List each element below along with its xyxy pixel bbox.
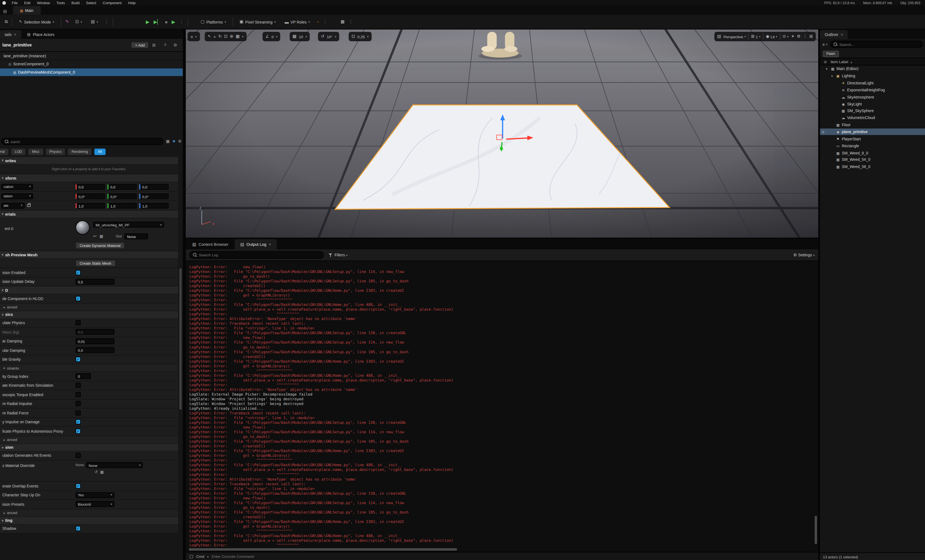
details-search-box[interactable]	[1, 138, 164, 145]
checkbox[interactable]	[75, 429, 81, 434]
section-header[interactable]: ▾sh Preview Mesh	[0, 251, 178, 259]
log-line[interactable]: LogPython: Error: gnl = GraphNLibrary()	[189, 453, 814, 458]
log-horizontal-scrollbar[interactable]	[189, 548, 457, 551]
log-line[interactable]: LogPython: Error: gnl = GraphNLibrary()	[189, 524, 814, 529]
outliner-row[interactable]: ☀DirectionalLight	[820, 80, 925, 86]
section-header[interactable]: ▾D	[0, 286, 178, 294]
log-line[interactable]: LogPython: Error: File "C:\Polygonflow/D…	[189, 340, 814, 345]
log-line[interactable]: LogPython: Error: File "C:\Polygonflow/D…	[189, 349, 814, 354]
log-search-box[interactable]	[189, 251, 324, 259]
surface-snap-icon[interactable]: ▦	[236, 34, 240, 39]
scale-y-field[interactable]: 1,0	[107, 202, 137, 208]
close-icon[interactable]: ×	[841, 32, 843, 36]
log-line[interactable]: LogPython: Error: File "C:\Polygonflow/D…	[189, 519, 814, 524]
log-line[interactable]: LogPython: Error: File "C:\Polygonflow/D…	[189, 449, 814, 453]
dropdown[interactable]: BlockAll▾	[75, 501, 114, 507]
platforms-dropdown[interactable]: ▢ Platforms ▾	[198, 18, 228, 26]
outliner-row[interactable]: ▦SM_SkySphere	[820, 107, 925, 114]
viewport-settings-icon[interactable]: ⚙	[797, 34, 800, 39]
vp-roles-dropdown[interactable]: ▬ VP Roles ▾	[282, 18, 312, 25]
details-scrollbar[interactable]	[179, 268, 182, 410]
log-line[interactable]: LogPython: Error: createUI()	[189, 444, 814, 449]
log-settings-dropdown[interactable]: ⚙ Settings ▾	[793, 253, 815, 257]
log-line[interactable]: LogPython: Error: File "C:\Polygonflow/D…	[189, 373, 814, 378]
checkbox[interactable]	[75, 270, 81, 275]
log-line[interactable]: LogSlate: External Image Picker: Decompr…	[189, 392, 814, 397]
scale-x-field[interactable]: 1,0	[75, 202, 105, 208]
menu-build[interactable]: Build	[71, 0, 80, 5]
rotation-y-field[interactable]: 0,0°	[107, 193, 137, 199]
log-line[interactable]: LogPython: Error: File "C:\Polygonflow/D…	[189, 491, 814, 496]
show-flags-dropdown[interactable]: ⊙▾	[783, 34, 789, 39]
details-search-input[interactable]	[11, 140, 160, 144]
value-field[interactable]: 0,01	[75, 338, 114, 344]
perspective-dropdown[interactable]: Perspective▾	[723, 35, 746, 39]
log-line[interactable]: LogPython: Error: Traceback (most recent…	[189, 321, 814, 326]
settings-dropdown-icon[interactable]: ▦	[341, 20, 345, 24]
more-options-icon[interactable]: ⋮	[349, 20, 353, 24]
outliner-row[interactable]: ⊙◆plane_primitive	[820, 128, 925, 135]
record-icon[interactable]: ◔	[316, 20, 319, 24]
eye-icon[interactable]: ⊙	[820, 130, 826, 134]
component-row[interactable]: ▦DashPreviewMeshComponent_0	[0, 68, 183, 77]
log-line[interactable]: LogPython: Error: ^^^^^^^^^^	[189, 472, 814, 477]
create-dynamic-material-button[interactable]: Create Dynamic Material	[75, 242, 125, 248]
outliner-filter-dropdown[interactable]: ≡ ▾	[822, 42, 827, 46]
viewport-scene[interactable]: z x	[186, 29, 818, 238]
log-line[interactable]: LogPython: Error: ^^^^^^^^^^^^^^^^	[189, 298, 814, 302]
favorites-star-icon[interactable]: ★	[172, 139, 176, 144]
filter-tab-lod[interactable]: LOD	[11, 149, 26, 155]
menu-tools[interactable]: Tools	[56, 0, 65, 5]
scale-z-field[interactable]: 1,0	[139, 202, 169, 208]
log-line[interactable]: LogPython: Error: new_flow()	[189, 425, 814, 430]
log-line[interactable]: LogSlate: Window 'Project Settings' bein…	[189, 397, 814, 401]
browse-to-asset-icon[interactable]: ▦	[99, 234, 103, 239]
checkbox[interactable]	[75, 320, 81, 325]
log-line[interactable]: LogPython: Error: File "C:\Polygonflow/D…	[189, 500, 814, 505]
viewport-options-icon[interactable]: ≡	[190, 35, 193, 39]
subsection-header[interactable]: ▸anced	[0, 509, 178, 517]
add-content-dropdown[interactable]: ⊡▾	[73, 18, 84, 26]
tab-place-actors[interactable]: ⊞ Place Actors	[23, 30, 59, 39]
settings-gear-icon[interactable]: ⚙	[173, 43, 177, 48]
recent-levels-icon[interactable]: ⊞	[3, 9, 7, 14]
scale-snap-pill[interactable]: ⊡ 0,25 ▾	[349, 32, 372, 41]
checkbox[interactable]	[75, 357, 81, 362]
blueprint-edit-icon[interactable]: ⊞	[152, 43, 156, 48]
log-line[interactable]: LogPython: Error: AttributeError: 'NoneT…	[189, 387, 814, 392]
tab-main-level[interactable]: ▦ Main	[13, 6, 41, 15]
material-override-dropdown[interactable]: None▾	[86, 462, 143, 468]
viewport[interactable]: z x ≡ ▾ ↖ + ↻ ⊡ ⊕ ▦ ▾ ∠ 0 ▾ ▦ 10 ▾	[186, 29, 818, 238]
subsection-header[interactable]: ▸anced	[0, 303, 178, 311]
play-frame-skip-button[interactable]: ▶▏	[154, 19, 161, 24]
cinematics-icon[interactable]: ⋮	[105, 20, 109, 24]
filter-tab-misc[interactable]: Misc	[29, 149, 43, 155]
checkbox[interactable]	[75, 392, 81, 397]
use-asset-icon[interactable]: ↺	[94, 470, 98, 474]
log-line[interactable]: LogPython: Error: self.place_w = self.cr…	[189, 307, 814, 312]
expand-caret-icon[interactable]: ▾	[826, 67, 830, 71]
log-line[interactable]: LogPython: Error: File "C:\Polygonflow/D…	[189, 533, 814, 538]
outliner-column-header[interactable]: ⊙ Item Label ▴	[820, 58, 925, 66]
rotate-tool-icon[interactable]: ↻	[218, 34, 222, 39]
log-line[interactable]: LogPython: Error: go_to_dash()	[189, 434, 814, 439]
log-line[interactable]: LogPython: Error: Traceback (most recent…	[189, 482, 814, 486]
rotation-dropdown[interactable]: tation▾	[1, 193, 33, 199]
outliner-row[interactable]: ◉SkyLight	[820, 100, 925, 107]
log-line[interactable]: LogPython: Error: File "<string>", line …	[189, 486, 814, 491]
log-line[interactable]: LogPython: Error: new_flow()	[189, 336, 814, 340]
rotation-z-field[interactable]: 0,0°	[139, 193, 169, 199]
screen-percentage-dropdown[interactable]: ⊞1▾	[751, 34, 761, 39]
details-settings-icon[interactable]: ⚙	[178, 139, 182, 144]
checkbox[interactable]	[75, 526, 81, 531]
component-row[interactable]: ◎SceneComponent_0	[0, 60, 183, 68]
material-thumbnail[interactable]	[75, 220, 90, 235]
browse-asset-icon[interactable]: ▦	[100, 470, 104, 474]
log-line[interactable]: LogPython: Error: createUI()	[189, 354, 814, 359]
rotation-x-field[interactable]: 0,0°	[75, 193, 105, 199]
console-command-input[interactable]	[211, 554, 815, 558]
log-line[interactable]: LogPython: Error: ^^^^^^^^^^	[189, 382, 814, 387]
move-tool-icon[interactable]: +	[214, 35, 216, 39]
play-options-icon[interactable]: ⋮	[179, 20, 184, 24]
outliner-row[interactable]: ☁SkyAtmosphere	[820, 93, 925, 100]
